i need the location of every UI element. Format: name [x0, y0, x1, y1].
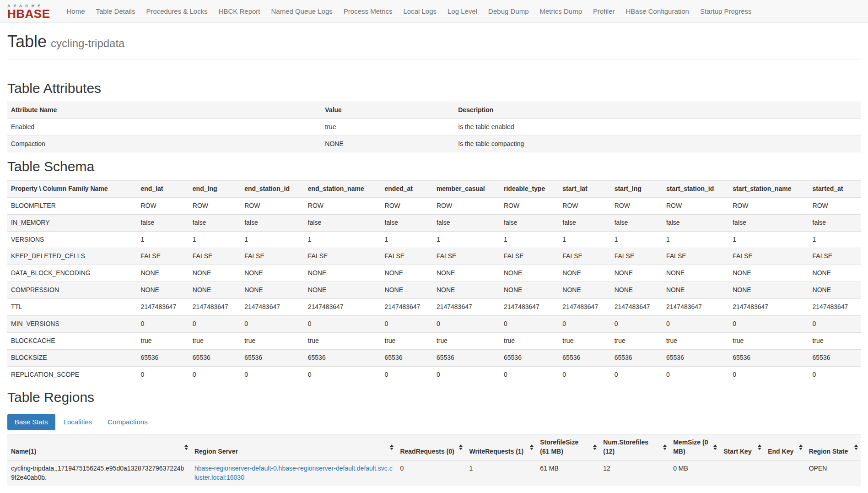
schema-value-cell: FALSE [611, 248, 663, 265]
schema-value-cell: FALSE [241, 248, 304, 265]
sort-down-arrow [663, 448, 667, 450]
nav-link-profiler[interactable]: Profiler [588, 0, 620, 23]
nav-item: Home [61, 0, 91, 23]
regions-col-storefilesize-61-mb[interactable]: StorefileSize (61 MB) [536, 434, 599, 460]
schema-value-cell: false [433, 214, 500, 231]
schema-value-cell: ROW [433, 197, 500, 214]
regions-col-end-key[interactable]: End Key [764, 434, 805, 460]
schema-value-cell: 0 [559, 316, 610, 333]
schema-value-cell: true [809, 333, 861, 350]
sort-up-arrow [184, 444, 188, 447]
schema-value-cell: NONE [189, 265, 241, 282]
schema-property-cell: DATA_BLOCK_ENCODING [7, 265, 137, 282]
schema-value-cell: FALSE [189, 248, 241, 265]
nav-link-home[interactable]: Home [61, 0, 91, 23]
regions-col-num-storefiles-12[interactable]: Num.Storefiles (12) [599, 434, 669, 460]
regions-col-region-state[interactable]: Region State [805, 434, 861, 460]
nav-link-procedures-locks[interactable]: Procedures & Locks [140, 0, 213, 23]
regions-col-label: Start Key [723, 448, 751, 455]
schema-value-cell: NONE [500, 282, 559, 299]
regions-col-label: MemSize (0 MB) [673, 439, 708, 455]
nav-item: Profiler [588, 0, 620, 23]
schema-value-cell: false [663, 214, 729, 231]
sort-up-arrow [799, 444, 803, 447]
schema-value-cell: 0 [241, 316, 304, 333]
attributes-body: EnabledtrueIs the table enabledCompactio… [7, 119, 861, 152]
sort-up-arrow [390, 444, 394, 447]
schema-value-cell: 65536 [559, 350, 610, 367]
nav-item: Log Level [442, 0, 483, 23]
schema-value-cell: ROW [559, 197, 610, 214]
regions-tab-base-stats: Base Stats [7, 414, 55, 430]
schema-value-cell: ROW [304, 197, 381, 214]
sort-up-arrow [854, 444, 858, 447]
attribute-description-cell: Is the table enabled [454, 119, 861, 136]
regions-col-name-1[interactable]: Name(1) [7, 434, 191, 460]
nav-link-startup-progress[interactable]: Startup Progress [695, 0, 757, 23]
schema-value-cell: NONE [304, 282, 381, 299]
schema-value-cell: 1 [137, 231, 189, 248]
nav-link-metrics-dump[interactable]: Metrics Dump [534, 0, 588, 23]
schema-family-start-station-name: start_station_name [729, 180, 809, 197]
regions-col-start-key[interactable]: Start Key [720, 434, 764, 460]
attributes-col-attribute-name: Attribute Name [7, 102, 321, 119]
regions-tab-link-base-stats[interactable]: Base Stats [7, 414, 55, 430]
schema-value-cell: false [189, 214, 241, 231]
regions-col-region-server[interactable]: Region Server [191, 434, 396, 460]
regions-tab-link-compactions[interactable]: Compactions [100, 414, 155, 430]
schema-value-cell: FALSE [433, 248, 500, 265]
schema-property-cell: BLOCKSIZE [7, 350, 137, 367]
nav-item: HBase Configuration [620, 0, 695, 23]
schema-value-cell: 0 [433, 367, 500, 383]
schema-value-cell: false [241, 214, 304, 231]
schema-row-replication-scope: REPLICATION_SCOPE000000000000 [7, 367, 861, 383]
sort-up-arrow [713, 444, 717, 447]
schema-value-cell: true [137, 333, 189, 350]
hbase-logo[interactable]: APACHE HBASE [4, 3, 54, 19]
schema-value-cell: FALSE [304, 248, 381, 265]
regions-col-writerequests-1[interactable]: WriteRequests (1) [465, 434, 536, 460]
regions-col-readrequests-0[interactable]: ReadRequests (0) [396, 434, 465, 460]
attributes-header-row: Attribute NameValueDescription [7, 102, 861, 119]
page-container: Tablecycling-tripdata Table Attributes A… [0, 33, 868, 486]
nav-item: Local Logs [398, 0, 442, 23]
regions-tab-link-localities[interactable]: Localities [56, 414, 100, 430]
sort-up-arrow [530, 444, 534, 447]
schema-value-cell: 2147483647 [611, 299, 663, 316]
nav-link-debug-dump[interactable]: Debug Dump [483, 0, 534, 23]
schema-value-cell: 1 [809, 231, 861, 248]
schema-value-cell: FALSE [137, 248, 189, 265]
schema-value-cell: NONE [189, 282, 241, 299]
schema-value-cell: 0 [381, 316, 433, 333]
attribute-row-enabled: EnabledtrueIs the table enabled [7, 119, 861, 136]
region-server-link[interactable]: hbase-regionserver-default-0.hbase-regio… [194, 465, 393, 481]
regions-col-memsize-0-mb[interactable]: MemSize (0 MB) [669, 434, 720, 460]
nav-link-named-queue-logs[interactable]: Named Queue Logs [266, 0, 338, 23]
nav-link-hbck-report[interactable]: HBCK Report [213, 0, 266, 23]
sort-down-arrow [593, 448, 597, 450]
schema-value-cell: 1 [729, 231, 809, 248]
top-navbar: APACHE HBASE HomeTable DetailsProcedures… [0, 0, 868, 23]
nav-link-table-details[interactable]: Table Details [91, 0, 141, 23]
nav-link-hbase-configuration[interactable]: HBase Configuration [620, 0, 695, 23]
nav-link-process-metrics[interactable]: Process Metrics [338, 0, 398, 23]
schema-value-cell: 65536 [663, 350, 729, 367]
nav-link-local-logs[interactable]: Local Logs [398, 0, 442, 23]
sort-up-arrow [663, 444, 667, 447]
schema-corner-header: Property \ Column Family Name [7, 180, 137, 197]
schema-value-cell: NONE [241, 265, 304, 282]
schema-family-end-station-id: end_station_id [241, 180, 304, 197]
schema-family-started-at: started_at [809, 180, 861, 197]
schema-property-cell: VERSIONS [7, 231, 137, 248]
schema-value-cell: 1 [241, 231, 304, 248]
sort-icon [184, 444, 188, 450]
schema-value-cell: NONE [137, 265, 189, 282]
nav-link-log-level[interactable]: Log Level [442, 0, 483, 23]
schema-value-cell: NONE [241, 282, 304, 299]
schema-value-cell: true [189, 333, 241, 350]
schema-row-min-versions: MIN_VERSIONS000000000000 [7, 316, 861, 333]
schema-value-cell: FALSE [729, 248, 809, 265]
schema-family-start-station-id: start_station_id [663, 180, 729, 197]
schema-value-cell: 0 [611, 367, 663, 383]
schema-family-end-lat: end_lat [137, 180, 189, 197]
